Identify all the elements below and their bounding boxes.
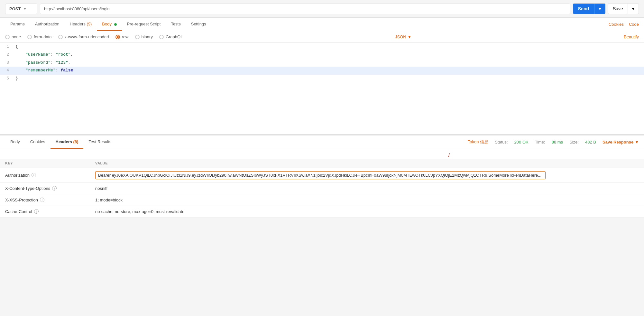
send-button[interactable]: Send	[573, 4, 594, 14]
x-xss-value: 1; mode=block	[90, 194, 644, 206]
radio-binary[interactable]: binary	[135, 34, 153, 39]
value-column-header: VALUE	[90, 159, 644, 168]
auth-info-icon[interactable]: i	[32, 173, 36, 177]
code-line-3: 3 "password": "123",	[0, 59, 644, 67]
tab-pre-request[interactable]: Pre-request Script	[122, 18, 166, 31]
method-select[interactable]: POST ▼	[5, 4, 37, 14]
url-input[interactable]	[40, 4, 570, 14]
response-status: Token 信息 Status: 200 OK Time: 88 ms Size…	[468, 139, 639, 145]
code-line-5: 5 }	[0, 75, 644, 83]
editor-empty-space	[0, 83, 644, 134]
resp-tab-test-results[interactable]: Test Results	[83, 135, 116, 149]
tab-authorization[interactable]: Authorization	[30, 18, 65, 31]
cache-control-value: no-cache, no-store, max-age=0, must-reva…	[90, 206, 644, 217]
code-editor[interactable]: 1 { 2 "userName": "root", 3 "password": …	[0, 43, 644, 135]
radio-raw[interactable]: raw	[115, 34, 129, 39]
method-chevron-icon: ▼	[23, 7, 26, 11]
x-xss-info-icon[interactable]: i	[40, 198, 44, 202]
radio-graphql[interactable]: GraphQL	[159, 34, 183, 39]
save-dropdown-button[interactable]: ▼	[628, 4, 639, 14]
tab-body[interactable]: Body	[97, 18, 122, 31]
code-line-1: 1 {	[0, 43, 644, 51]
auth-bearer-value: Bearer eyJ0eXAiOiJKV1QiLCJhbGciOiJIUzI1N…	[95, 171, 546, 179]
body-options: none form-data x-www-form-urlencoded raw…	[0, 31, 644, 43]
tab-params[interactable]: Params	[5, 18, 30, 31]
radio-none-dot	[5, 35, 10, 39]
resp-tab-body[interactable]: Body	[5, 135, 25, 149]
save-button[interactable]: Save	[608, 4, 628, 14]
method-label: POST	[9, 6, 21, 11]
header-row-x-xss: X-XSS-Protection i 1; mode=block	[0, 194, 644, 206]
token-annotation: Token 信息	[468, 139, 488, 145]
resp-tab-cookies[interactable]: Cookies	[25, 135, 51, 149]
json-type-select[interactable]: JSON ▼	[395, 34, 412, 39]
headers-table: KEY VALUE Authorization i Bearer eyJ0eXA…	[0, 159, 644, 218]
x-xss-key-cell: X-XSS-Protection i	[5, 198, 85, 202]
header-row-authorization: Authorization i Bearer eyJ0eXAiOiJKV1QiL…	[0, 168, 644, 182]
cookies-link[interactable]: Cookies	[609, 22, 624, 27]
save-response-button[interactable]: Save Response ▼	[603, 140, 639, 144]
cache-control-info-icon[interactable]: i	[34, 209, 39, 214]
code-line-4: 4 "rememberMe": false	[0, 67, 644, 75]
auth-key-cell: Authorization i	[5, 173, 85, 178]
code-link[interactable]: Code	[629, 22, 639, 27]
arrow-annotation: ↓	[0, 149, 644, 159]
radio-graphql-dot	[159, 35, 164, 39]
token-arrow-icon: ↓	[446, 150, 452, 159]
response-section: Body Cookies Headers (8) Test Results To…	[0, 135, 644, 218]
tab-tests[interactable]: Tests	[166, 18, 186, 31]
header-row-x-content-type: X-Content-Type-Options i nosniff	[0, 182, 644, 194]
cache-control-key-cell: Cache-Control i	[5, 209, 85, 214]
x-content-type-value: nosniff	[90, 182, 644, 194]
x-content-type-key-cell: X-Content-Type-Options i	[5, 186, 85, 191]
key-column-header: KEY	[0, 159, 90, 168]
url-bar: POST ▼ Send ▼ Save ▼	[0, 0, 644, 18]
radio-form-data-dot	[27, 35, 32, 39]
json-type-chevron-icon: ▼	[408, 34, 412, 39]
beautify-button[interactable]: Beautify	[624, 34, 639, 39]
radio-raw-dot	[115, 35, 120, 39]
radio-binary-dot	[135, 35, 140, 39]
response-tabs: Body Cookies Headers (8) Test Results To…	[0, 135, 644, 149]
tab-settings[interactable]: Settings	[186, 18, 211, 31]
body-active-dot	[114, 23, 117, 26]
tab-headers[interactable]: Headers (9)	[65, 18, 97, 31]
code-line-2: 2 "userName": "root",	[0, 51, 644, 59]
send-dropdown-button[interactable]: ▼	[594, 4, 605, 14]
radio-form-data[interactable]: form-data	[27, 34, 52, 39]
request-tabs: Params Authorization Headers (9) Body Pr…	[0, 18, 644, 31]
save-response-dropdown-icon: ▼	[635, 140, 639, 144]
x-content-type-info-icon[interactable]: i	[52, 186, 57, 191]
radio-urlencoded-dot	[58, 35, 63, 39]
radio-none[interactable]: none	[5, 34, 21, 39]
radio-x-www-form-urlencoded[interactable]: x-www-form-urlencoded	[58, 34, 109, 39]
header-row-cache-control: Cache-Control i no-cache, no-store, max-…	[0, 206, 644, 217]
resp-tab-headers[interactable]: Headers (8)	[51, 135, 84, 149]
